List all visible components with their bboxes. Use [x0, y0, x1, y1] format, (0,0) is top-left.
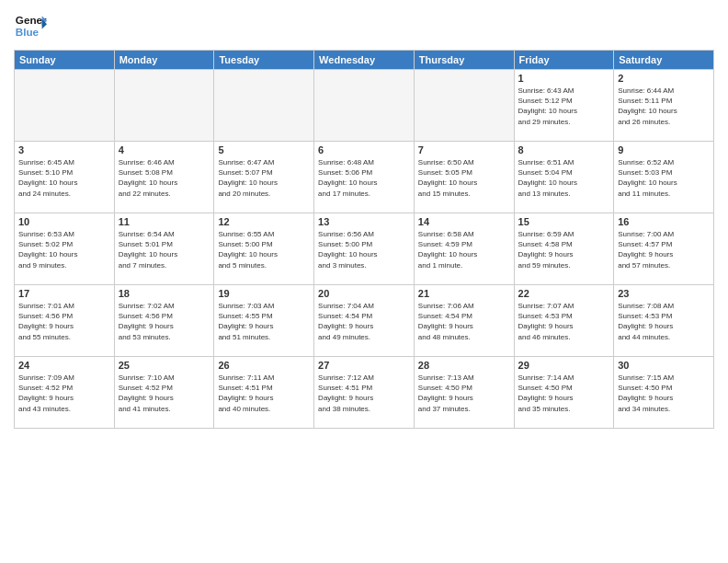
day-info: Sunrise: 7:11 AM Sunset: 4:51 PM Dayligh… [218, 373, 310, 414]
day-info: Sunrise: 6:45 AM Sunset: 5:10 PM Dayligh… [18, 157, 110, 199]
day-number: 17 [18, 288, 110, 299]
calendar-cell: 24Sunrise: 7:09 AM Sunset: 4:52 PM Dayli… [15, 357, 115, 429]
calendar-cell: 6Sunrise: 6:48 AM Sunset: 5:06 PM Daylig… [314, 142, 415, 213]
day-info: Sunrise: 6:56 AM Sunset: 5:00 PM Dayligh… [318, 229, 410, 270]
day-info: Sunrise: 7:01 AM Sunset: 4:56 PM Dayligh… [18, 301, 110, 342]
day-number: 30 [618, 360, 710, 371]
day-number: 5 [218, 144, 310, 155]
week-row-2: 10Sunrise: 6:53 AM Sunset: 5:02 PM Dayli… [15, 213, 714, 285]
day-info: Sunrise: 6:55 AM Sunset: 5:00 PM Dayligh… [218, 229, 310, 270]
day-number: 25 [119, 360, 210, 371]
calendar-cell: 7Sunrise: 6:50 AM Sunset: 5:05 PM Daylig… [414, 142, 514, 213]
day-info: Sunrise: 6:58 AM Sunset: 4:59 PM Dayligh… [418, 229, 510, 270]
calendar-cell: 17Sunrise: 7:01 AM Sunset: 4:56 PM Dayli… [15, 285, 115, 357]
day-info: Sunrise: 7:09 AM Sunset: 4:52 PM Dayligh… [18, 373, 110, 414]
day-info: Sunrise: 6:43 AM Sunset: 5:12 PM Dayligh… [518, 86, 610, 127]
day-number: 22 [518, 288, 610, 299]
calendar-cell: 29Sunrise: 7:14 AM Sunset: 4:50 PM Dayli… [514, 357, 614, 429]
calendar-cell [15, 70, 115, 142]
calendar-cell: 9Sunrise: 6:52 AM Sunset: 5:03 PM Daylig… [614, 142, 714, 213]
day-number: 4 [119, 144, 210, 155]
day-number: 20 [318, 288, 410, 299]
day-info: Sunrise: 7:15 AM Sunset: 4:50 PM Dayligh… [618, 373, 710, 414]
day-number: 8 [518, 144, 610, 155]
weekday-header-friday: Friday [514, 51, 614, 70]
calendar-table: SundayMondayTuesdayWednesdayThursdayFrid… [14, 50, 714, 429]
day-info: Sunrise: 6:59 AM Sunset: 4:58 PM Dayligh… [518, 229, 610, 270]
calendar-cell: 21Sunrise: 7:06 AM Sunset: 4:54 PM Dayli… [414, 285, 514, 357]
calendar-cell: 14Sunrise: 6:58 AM Sunset: 4:59 PM Dayli… [414, 213, 514, 285]
day-number: 9 [618, 144, 710, 155]
calendar-cell [414, 70, 514, 142]
calendar-cell: 8Sunrise: 6:51 AM Sunset: 5:04 PM Daylig… [514, 142, 614, 213]
weekday-header-tuesday: Tuesday [214, 51, 314, 70]
day-info: Sunrise: 7:13 AM Sunset: 4:50 PM Dayligh… [418, 373, 510, 414]
day-number: 13 [318, 216, 410, 227]
day-number: 11 [119, 216, 210, 227]
calendar-cell: 30Sunrise: 7:15 AM Sunset: 4:50 PM Dayli… [614, 357, 714, 429]
day-number: 24 [18, 360, 110, 371]
day-info: Sunrise: 6:51 AM Sunset: 5:04 PM Dayligh… [518, 157, 610, 199]
calendar-cell: 10Sunrise: 6:53 AM Sunset: 5:02 PM Dayli… [15, 213, 115, 285]
page-container: General Blue SundayMondayTuesdayWednesda… [0, 0, 728, 563]
day-info: Sunrise: 7:14 AM Sunset: 4:50 PM Dayligh… [518, 373, 610, 414]
weekday-header-thursday: Thursday [414, 51, 514, 70]
day-number: 12 [218, 216, 310, 227]
week-row-0: 1Sunrise: 6:43 AM Sunset: 5:12 PM Daylig… [15, 70, 714, 142]
calendar-cell: 20Sunrise: 7:04 AM Sunset: 4:54 PM Dayli… [314, 285, 415, 357]
calendar-cell: 3Sunrise: 6:45 AM Sunset: 5:10 PM Daylig… [15, 142, 115, 213]
day-info: Sunrise: 6:44 AM Sunset: 5:11 PM Dayligh… [618, 86, 710, 127]
calendar-cell: 18Sunrise: 7:02 AM Sunset: 4:56 PM Dayli… [114, 285, 214, 357]
day-info: Sunrise: 6:46 AM Sunset: 5:08 PM Dayligh… [119, 157, 210, 199]
day-number: 10 [18, 216, 110, 227]
calendar-cell: 16Sunrise: 7:00 AM Sunset: 4:57 PM Dayli… [614, 213, 714, 285]
calendar-cell: 15Sunrise: 6:59 AM Sunset: 4:58 PM Dayli… [514, 213, 614, 285]
calendar-cell: 26Sunrise: 7:11 AM Sunset: 4:51 PM Dayli… [214, 357, 314, 429]
day-info: Sunrise: 7:08 AM Sunset: 4:53 PM Dayligh… [618, 301, 710, 342]
calendar-cell: 27Sunrise: 7:12 AM Sunset: 4:51 PM Dayli… [314, 357, 415, 429]
calendar-cell: 4Sunrise: 6:46 AM Sunset: 5:08 PM Daylig… [114, 142, 214, 213]
day-number: 28 [418, 360, 510, 371]
day-number: 23 [618, 288, 710, 299]
day-info: Sunrise: 7:07 AM Sunset: 4:53 PM Dayligh… [518, 301, 610, 342]
calendar-cell: 25Sunrise: 7:10 AM Sunset: 4:52 PM Dayli… [114, 357, 214, 429]
day-number: 27 [318, 360, 410, 371]
day-info: Sunrise: 6:52 AM Sunset: 5:03 PM Dayligh… [618, 157, 710, 199]
day-info: Sunrise: 7:00 AM Sunset: 4:57 PM Dayligh… [618, 229, 710, 270]
week-row-1: 3Sunrise: 6:45 AM Sunset: 5:10 PM Daylig… [15, 142, 714, 213]
calendar-cell [214, 70, 314, 142]
weekday-header-monday: Monday [114, 51, 214, 70]
day-info: Sunrise: 7:03 AM Sunset: 4:55 PM Dayligh… [218, 301, 310, 342]
day-info: Sunrise: 6:48 AM Sunset: 5:06 PM Dayligh… [318, 157, 410, 199]
day-info: Sunrise: 6:50 AM Sunset: 5:05 PM Dayligh… [418, 157, 510, 199]
weekday-header-sunday: Sunday [15, 51, 115, 70]
week-row-4: 24Sunrise: 7:09 AM Sunset: 4:52 PM Dayli… [15, 357, 714, 429]
calendar-cell [314, 70, 415, 142]
day-number: 18 [119, 288, 210, 299]
calendar-cell: 28Sunrise: 7:13 AM Sunset: 4:50 PM Dayli… [414, 357, 514, 429]
day-number: 1 [518, 73, 610, 84]
weekday-header-wednesday: Wednesday [314, 51, 415, 70]
weekday-header-row: SundayMondayTuesdayWednesdayThursdayFrid… [15, 51, 714, 70]
calendar-cell: 19Sunrise: 7:03 AM Sunset: 4:55 PM Dayli… [214, 285, 314, 357]
day-info: Sunrise: 6:47 AM Sunset: 5:07 PM Dayligh… [218, 157, 310, 199]
calendar-cell: 1Sunrise: 6:43 AM Sunset: 5:12 PM Daylig… [514, 70, 614, 142]
day-number: 19 [218, 288, 310, 299]
header: General Blue [14, 9, 714, 42]
day-number: 3 [18, 144, 110, 155]
calendar-cell: 2Sunrise: 6:44 AM Sunset: 5:11 PM Daylig… [614, 70, 714, 142]
day-info: Sunrise: 7:10 AM Sunset: 4:52 PM Dayligh… [119, 373, 210, 414]
day-number: 29 [518, 360, 610, 371]
day-number: 14 [418, 216, 510, 227]
logo: General Blue [14, 9, 47, 42]
calendar-cell: 11Sunrise: 6:54 AM Sunset: 5:01 PM Dayli… [114, 213, 214, 285]
day-number: 15 [518, 216, 610, 227]
day-number: 21 [418, 288, 510, 299]
day-info: Sunrise: 7:12 AM Sunset: 4:51 PM Dayligh… [318, 373, 410, 414]
weekday-header-saturday: Saturday [614, 51, 714, 70]
day-number: 7 [418, 144, 510, 155]
day-info: Sunrise: 6:54 AM Sunset: 5:01 PM Dayligh… [119, 229, 210, 270]
day-number: 6 [318, 144, 410, 155]
week-row-3: 17Sunrise: 7:01 AM Sunset: 4:56 PM Dayli… [15, 285, 714, 357]
calendar-cell: 5Sunrise: 6:47 AM Sunset: 5:07 PM Daylig… [214, 142, 314, 213]
